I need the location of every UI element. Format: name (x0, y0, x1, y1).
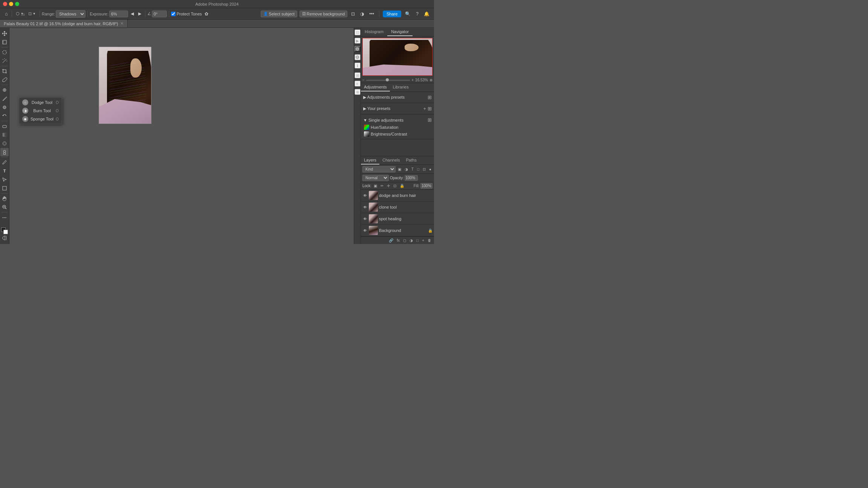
dodge-tool-option[interactable]: ○ Dodge Tool O (19, 98, 62, 107)
panel-toggle-6[interactable]: ⊞ (355, 72, 361, 78)
tab-layers[interactable]: Layers (361, 156, 379, 165)
pen-tool[interactable] (0, 158, 9, 166)
tab-libraries[interactable]: Libraries (390, 83, 412, 92)
lock-pixels[interactable]: ✏ (379, 183, 385, 188)
lock-position[interactable]: ✛ (386, 183, 391, 188)
your-presets-header[interactable]: ▶ Your presets + ⊞ (361, 105, 434, 113)
eyedropper-tool[interactable] (0, 76, 9, 84)
search-button[interactable]: 🔍 (403, 11, 412, 17)
brightness-contrast-item[interactable]: Brightness/Contrast (361, 131, 434, 137)
blur-tool[interactable] (0, 139, 9, 148)
close-button[interactable] (3, 2, 7, 6)
layer-visibility-0[interactable]: 👁 (362, 193, 368, 198)
maximize-button[interactable] (15, 2, 19, 6)
quick-mask-button[interactable] (2, 235, 8, 241)
magic-wand-tool[interactable] (0, 57, 9, 65)
brush-tool[interactable] (0, 95, 9, 103)
crop-icon-button[interactable]: ⊡ (350, 11, 356, 17)
layer-visibility-1[interactable]: 👁 (362, 204, 368, 210)
gradient-tool[interactable] (0, 131, 9, 139)
layer-filter-toggle[interactable]: ● (428, 167, 432, 172)
panel-toggle-4[interactable]: 🅡 (355, 54, 361, 60)
tab-histogram[interactable]: Histogram (361, 28, 387, 36)
layer-visibility-3[interactable]: 👁 (362, 228, 368, 233)
dodge-burn-tool[interactable] (0, 148, 9, 156)
angle-input[interactable] (152, 11, 167, 17)
tab-navigator[interactable]: Navigator (387, 28, 413, 36)
layer-filter-adj[interactable]: ◑ (403, 167, 409, 172)
blend-mode-select[interactable]: Normal Multiply Screen Overlay Soft Ligh… (362, 175, 389, 181)
close-tab-button[interactable]: ✕ (120, 21, 124, 26)
zoom-expand[interactable]: ⊕ (429, 78, 432, 82)
zoom-in-button[interactable]: + (411, 78, 414, 82)
layer-group-button[interactable]: □ (415, 238, 420, 243)
tab-adjustments[interactable]: Adjustments (361, 83, 390, 92)
exposure-increase[interactable]: ▶ (136, 11, 143, 17)
airbrush-button[interactable]: ✿ (203, 11, 210, 17)
fill-input[interactable] (420, 183, 432, 189)
layer-link-button[interactable]: 🔗 (388, 238, 394, 243)
panel-toggle-2[interactable]: ▶ (355, 38, 361, 44)
range-select[interactable]: Shadows Midtones Highlights (56, 10, 86, 18)
layer-filter-shape[interactable]: □ (416, 167, 420, 172)
layer-row-spot[interactable]: 👁 spot healing (361, 213, 434, 225)
layer-filter-smart[interactable]: ⊡ (422, 167, 427, 172)
notifications-button[interactable]: 🔔 (422, 11, 431, 17)
remove-background-button[interactable]: Remove background (307, 12, 345, 16)
history-brush-tool[interactable] (0, 112, 9, 120)
layer-delete-button[interactable]: 🗑 (426, 238, 432, 243)
select-subject-button[interactable]: Select subject (269, 12, 294, 16)
layer-adj-button[interactable]: ◑ (408, 238, 414, 243)
layer-filter-text[interactable]: T (410, 167, 415, 172)
panel-toggle-8[interactable]: ⊗ (355, 89, 361, 95)
canvas-area[interactable]: ○ Dodge Tool O ◑ Burn Tool O ◉ Sponge To… (9, 28, 354, 244)
share-button[interactable]: Share (383, 11, 401, 17)
layer-row-background[interactable]: 👁 Background 🔒 (361, 225, 434, 236)
panel-toggle-5[interactable]: ℹ (355, 63, 361, 69)
tab-channels[interactable]: Channels (379, 156, 403, 165)
healing-brush-tool[interactable] (0, 86, 9, 94)
shape-tool[interactable] (0, 184, 9, 192)
move-tool[interactable] (0, 29, 9, 38)
layer-visibility-2[interactable]: 👁 (362, 216, 368, 221)
eraser-tool[interactable] (0, 122, 9, 130)
clone-stamp-tool[interactable] (0, 103, 9, 111)
opacity-input[interactable] (405, 175, 418, 181)
panel-toggle-7[interactable]: ≡ (355, 81, 361, 87)
panel-toggle-1[interactable]: ⊡ (355, 29, 361, 35)
lasso-tool[interactable] (0, 48, 9, 56)
burn-tool-option[interactable]: ◑ Burn Tool O (19, 107, 62, 115)
artboard-tool[interactable] (0, 38, 9, 46)
sponge-tool-option[interactable]: ◉ Sponge Tool O (19, 115, 62, 123)
lock-all[interactable]: 🔒 (399, 183, 405, 188)
protect-tones-checkbox[interactable] (171, 12, 176, 16)
more-tools-button[interactable]: ••• (0, 213, 9, 221)
levels-button[interactable]: ◑ (359, 11, 365, 17)
layers-kind-select[interactable]: Kind (362, 166, 396, 172)
zoom-slider[interactable] (366, 80, 410, 81)
hue-saturation-item[interactable]: Hue/Saturation (361, 124, 434, 131)
exposure-decrease[interactable]: ◀ (129, 11, 136, 17)
help-button[interactable]: ? (414, 11, 420, 17)
doc-tab[interactable]: Palais Beauty 01 2.tif @ 16.5% (dodge an… (0, 20, 128, 27)
layer-row-dodge[interactable]: 👁 dodge and burn hair (361, 190, 434, 201)
type-tool[interactable]: T (0, 167, 9, 175)
home-button[interactable]: ⌂ (3, 10, 10, 17)
brush-options-button[interactable]: ⊡▼ (26, 11, 38, 17)
panel-toggle-3[interactable]: 🅒 (355, 46, 361, 52)
minimize-button[interactable] (9, 2, 13, 6)
background-color[interactable] (3, 230, 8, 234)
more-options-button[interactable]: ••• (368, 11, 376, 17)
layer-row-clone[interactable]: 👁 clone tool (361, 201, 434, 213)
zoom-out-button[interactable]: − (362, 78, 365, 82)
layer-filter-pixel[interactable]: ▣ (397, 167, 402, 172)
layer-fx-button[interactable]: fx (396, 238, 401, 243)
lock-artboard[interactable]: ⊡ (392, 183, 397, 188)
exposure-input[interactable] (109, 11, 128, 17)
tab-paths[interactable]: Paths (403, 156, 420, 165)
zoom-tool[interactable] (0, 203, 9, 211)
layer-mask-button[interactable]: ◻ (402, 238, 407, 243)
path-selection-tool[interactable] (0, 175, 9, 184)
layer-new-button[interactable]: + (421, 238, 425, 243)
zoom-thumb[interactable] (386, 78, 389, 81)
